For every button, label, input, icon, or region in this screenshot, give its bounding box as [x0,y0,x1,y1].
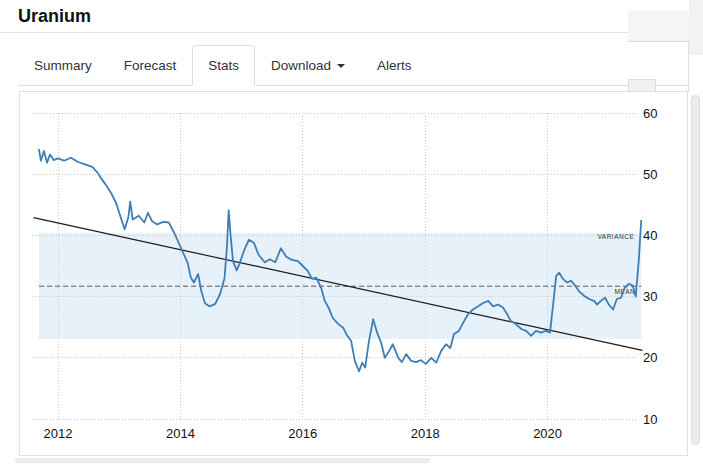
y-axis-tick-label: 30 [643,289,657,304]
uranium-price-chart[interactable]: 10203040506020122014201620182020VARIANCE… [20,92,687,455]
header-side-fragment [628,11,689,42]
y-axis-tick-label: 20 [643,350,657,365]
tab-bar: Summary Forecast Stats Download Alerts [18,45,688,86]
x-axis-tick-label: 2016 [288,426,317,441]
uranium-stats-page: Uranium Summary Forecast Stats Download … [0,0,703,468]
x-axis-tick-label: 2020 [533,426,562,441]
y-axis-tick-label: 60 [643,106,657,121]
tab-download[interactable]: Download [255,45,361,86]
x-axis-tick-label: 2012 [44,426,73,441]
tab-alerts[interactable]: Alerts [361,45,428,86]
title-divider [0,32,688,33]
x-axis-tick-label: 2014 [166,426,195,441]
chart-panel[interactable]: 10203040506020122014201620182020VARIANCE… [19,91,688,456]
caret-down-icon [337,64,345,68]
tab-forecast[interactable]: Forecast [108,45,193,86]
horizontal-scrollbar-thumb[interactable] [15,458,430,463]
y-axis-tick-label: 10 [643,412,657,427]
y-axis-tick-label: 50 [643,167,657,182]
page-title: Uranium [18,6,91,27]
tab-stats[interactable]: Stats [192,45,255,86]
vertical-scrollbar-thumb[interactable] [691,95,700,445]
top-right-corner-fragment [689,0,703,55]
x-axis-tick-label: 2018 [411,426,440,441]
y-axis-tick-label: 40 [643,228,657,243]
tab-summary[interactable]: Summary [18,45,108,86]
variance-label: VARIANCE [597,233,634,240]
